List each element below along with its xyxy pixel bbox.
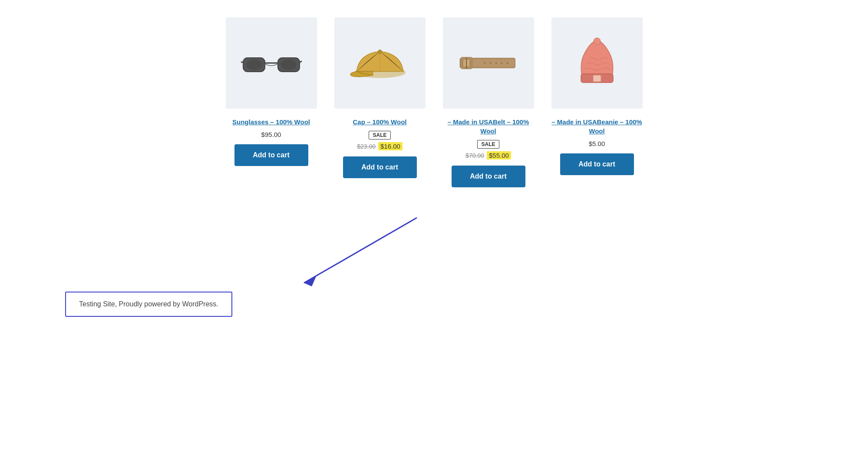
price-original-cap: $23.00 xyxy=(357,143,376,150)
product-card-belt: – Made in USABelt – 100% Wool SALE $70.0… xyxy=(441,17,536,187)
add-to-cart-beanie[interactable]: Add to cart xyxy=(560,153,634,175)
sale-badge-cap: SALE xyxy=(369,131,390,139)
price-wrapper-belt: $70.00 $55.00 xyxy=(465,151,511,159)
price-sale-belt: $55.00 xyxy=(487,151,511,159)
product-card-sunglasses: Sunglasses – 100% Wool $95.00 Add to car… xyxy=(224,17,319,187)
footer-section: Testing Site, Proudly powered by WordPre… xyxy=(0,213,868,343)
annotation-arrow xyxy=(208,213,426,300)
sale-badge-belt: SALE xyxy=(477,140,499,149)
svg-point-13 xyxy=(484,62,485,64)
price-wrapper-cap: $23.00 $16.00 xyxy=(357,142,403,150)
svg-point-16 xyxy=(501,62,502,64)
price-original-belt: $70.00 xyxy=(465,152,484,159)
price-sale-cap: $16.00 xyxy=(378,142,403,150)
product-image-belt xyxy=(443,17,534,109)
svg-point-8 xyxy=(378,50,382,54)
product-price-sunglasses: $95.00 xyxy=(261,131,281,138)
svg-point-15 xyxy=(495,62,497,64)
svg-rect-21 xyxy=(593,75,601,82)
add-to-cart-belt[interactable]: Add to cart xyxy=(452,166,525,187)
svg-point-17 xyxy=(506,62,508,64)
product-title-cap[interactable]: Cap – 100% Wool xyxy=(353,117,407,126)
product-card-beanie: – Made in USABeanie – 100% Wool $5.00 Ad… xyxy=(549,17,645,187)
add-to-cart-cap[interactable]: Add to cart xyxy=(343,156,417,178)
product-title-sunglasses[interactable]: Sunglasses – 100% Wool xyxy=(232,117,310,126)
svg-line-4 xyxy=(300,61,302,62)
add-to-cart-sunglasses[interactable]: Add to cart xyxy=(234,144,308,166)
product-image-sunglasses xyxy=(226,17,317,109)
footer-text: Testing Site, Proudly powered by WordPre… xyxy=(79,300,218,308)
product-price-beanie: $5.00 xyxy=(589,140,605,147)
svg-point-5 xyxy=(246,60,262,70)
product-image-beanie xyxy=(551,17,643,109)
products-grid: Sunglasses – 100% Wool $95.00 Add to car… xyxy=(0,0,868,213)
footer-text-box: Testing Site, Proudly powered by WordPre… xyxy=(65,292,232,317)
svg-point-6 xyxy=(281,60,297,70)
product-card-cap: Cap – 100% Wool SALE $23.00 $16.00 Add t… xyxy=(332,17,428,187)
product-image-cap xyxy=(334,17,426,109)
svg-line-23 xyxy=(304,218,417,283)
svg-point-22 xyxy=(594,38,601,45)
product-title-beanie[interactable]: – Made in USABeanie – 100% Wool xyxy=(549,117,645,136)
product-title-belt[interactable]: – Made in USABelt – 100% Wool xyxy=(441,117,536,136)
svg-point-14 xyxy=(489,62,491,64)
